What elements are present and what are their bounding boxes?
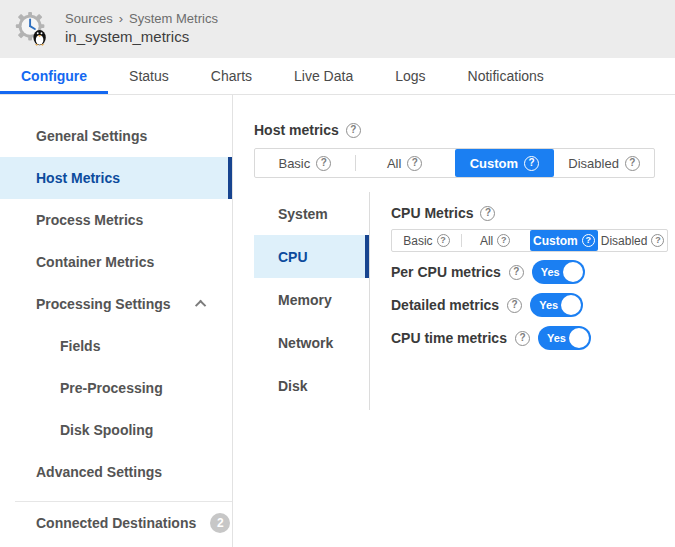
subnav-item-memory[interactable]: Memory — [254, 278, 369, 321]
metrics-subnav: System CPU Memory Network Disk — [254, 192, 369, 410]
tab-charts[interactable]: Charts — [190, 58, 273, 94]
tab-logs[interactable]: Logs — [374, 58, 446, 94]
linux-metrics-source-icon — [13, 10, 51, 48]
cpu-metrics-mode-control: Basic ? All ? Custom ? Disabled — [391, 229, 668, 252]
connected-destinations-count-badge: 2 — [210, 513, 230, 533]
sidebar-item-connected-destinations[interactable]: Connected Destinations 2 — [0, 502, 232, 544]
subnav-item-system[interactable]: System — [254, 192, 369, 235]
toggle-knob — [561, 295, 581, 315]
app-window: Sources › System Metrics in_system_metri… — [0, 0, 675, 547]
host-metrics-detail: System CPU Memory Network Disk CPU Metri… — [254, 192, 655, 410]
detailed-metrics-row: Detailed metrics ? Yes — [391, 293, 668, 317]
host-metrics-option-custom[interactable]: Custom ? — [455, 149, 555, 177]
breadcrumb-separator: › — [119, 11, 123, 27]
tab-status[interactable]: Status — [108, 58, 190, 94]
cpu-metrics-option-all[interactable]: All ? — [461, 230, 530, 251]
help-icon[interactable]: ? — [316, 156, 331, 171]
cpu-time-metrics-row: CPU time metrics ? Yes — [391, 326, 668, 350]
host-metrics-option-basic[interactable]: Basic ? — [255, 149, 355, 177]
cpu-metrics-panel: CPU Metrics ? Basic ? All ? Cu — [369, 192, 668, 410]
tab-live-data[interactable]: Live Data — [273, 58, 374, 94]
help-icon[interactable]: ? — [625, 156, 640, 171]
sidebar-item-advanced-settings[interactable]: Advanced Settings — [0, 451, 232, 493]
cpu-metrics-option-disabled[interactable]: Disabled ? — [598, 230, 667, 251]
help-icon[interactable]: ? — [437, 234, 450, 247]
cpu-time-metrics-toggle[interactable]: Yes — [538, 326, 591, 350]
tab-configure[interactable]: Configure — [0, 58, 108, 94]
tab-notifications[interactable]: Notifications — [447, 58, 565, 94]
cpu-metrics-option-custom[interactable]: Custom ? — [530, 230, 599, 251]
breadcrumb-current: System Metrics — [129, 11, 218, 27]
page-header: Sources › System Metrics in_system_metri… — [0, 0, 675, 58]
per-cpu-metrics-row: Per CPU metrics ? Yes — [391, 260, 668, 284]
page-title: in_system_metrics — [65, 28, 218, 47]
help-icon[interactable]: ? — [515, 331, 530, 346]
subnav-item-network[interactable]: Network — [254, 321, 369, 364]
settings-sidebar: General Settings Host Metrics Process Me… — [0, 95, 233, 547]
sidebar-item-disk-spooling[interactable]: Disk Spooling — [0, 409, 232, 451]
header-text: Sources › System Metrics in_system_metri… — [65, 11, 218, 47]
help-icon[interactable]: ? — [509, 265, 524, 280]
host-metrics-option-all[interactable]: All ? — [355, 149, 455, 177]
per-cpu-metrics-toggle[interactable]: Yes — [532, 260, 585, 284]
sidebar-item-processing-settings[interactable]: Processing Settings — [0, 283, 232, 325]
help-icon[interactable]: ? — [507, 298, 522, 313]
host-metrics-mode-control: Basic ? All ? Custom ? Disabled ? — [254, 148, 655, 178]
tab-bar: Configure Status Charts Live Data Logs N… — [0, 58, 675, 95]
toggle-knob — [563, 262, 583, 282]
breadcrumb: Sources › System Metrics — [65, 11, 218, 27]
help-icon[interactable]: ? — [651, 234, 664, 247]
host-metrics-option-disabled[interactable]: Disabled ? — [554, 149, 654, 177]
cpu-time-metrics-label: CPU time metrics — [391, 330, 507, 346]
help-icon[interactable]: ? — [346, 123, 361, 138]
main-content: Host metrics ? Basic ? All ? Custom ? Di… — [233, 95, 675, 547]
sidebar-item-container-metrics[interactable]: Container Metrics — [0, 241, 232, 283]
sidebar-item-fields[interactable]: Fields — [0, 325, 232, 367]
toggle-knob — [569, 328, 589, 348]
detailed-metrics-toggle[interactable]: Yes — [530, 293, 583, 317]
help-icon[interactable]: ? — [582, 234, 595, 247]
sidebar-item-pre-processing[interactable]: Pre-Processing — [0, 367, 232, 409]
help-icon[interactable]: ? — [407, 156, 422, 171]
help-icon[interactable]: ? — [497, 234, 510, 247]
host-metrics-label: Host metrics ? — [254, 121, 655, 139]
help-icon[interactable]: ? — [524, 156, 539, 171]
body: General Settings Host Metrics Process Me… — [0, 95, 675, 547]
cpu-metrics-option-basic[interactable]: Basic ? — [392, 230, 461, 251]
subnav-item-cpu[interactable]: CPU — [254, 235, 369, 278]
sidebar-item-process-metrics[interactable]: Process Metrics — [0, 199, 232, 241]
cpu-metrics-title: CPU Metrics ? — [391, 204, 668, 222]
help-icon[interactable]: ? — [480, 206, 495, 221]
detailed-metrics-label: Detailed metrics — [391, 297, 499, 313]
sidebar-item-host-metrics[interactable]: Host Metrics — [0, 157, 232, 199]
breadcrumb-sources-link[interactable]: Sources — [65, 11, 113, 27]
per-cpu-metrics-label: Per CPU metrics — [391, 264, 501, 280]
sidebar-item-general-settings[interactable]: General Settings — [0, 115, 232, 157]
subnav-item-disk[interactable]: Disk — [254, 364, 369, 407]
chevron-up-icon — [195, 300, 206, 311]
